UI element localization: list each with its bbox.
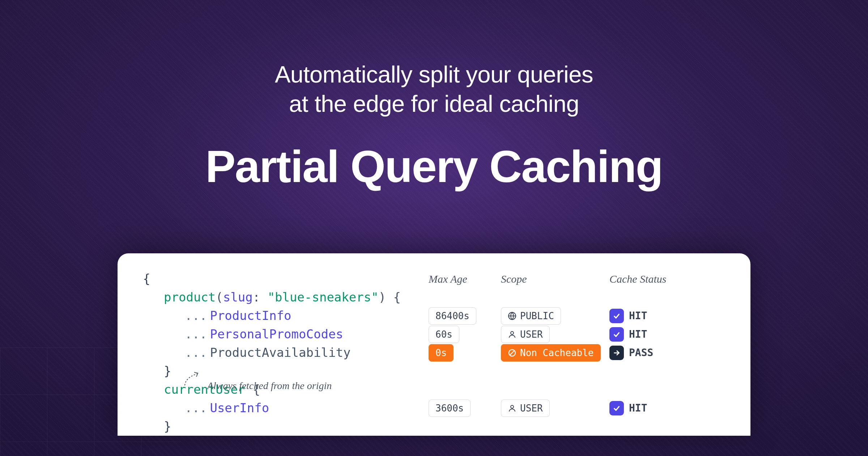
cell-maxage-r3: 0s — [429, 344, 494, 362]
scope-label: USER — [520, 403, 543, 414]
checkmark-icon — [609, 327, 624, 342]
cell-status-r4: HIT — [609, 401, 700, 415]
cell-scope-r1: PUBLIC — [501, 307, 602, 325]
spread-dots: ... — [185, 308, 207, 323]
code-close-product: } Always fetched from the origin — [143, 362, 421, 380]
fragment-name: UserInfo — [210, 401, 269, 415]
origin-annotation: Always fetched from the origin — [182, 373, 332, 393]
maxage-pill-r1: 86400s — [429, 307, 476, 325]
scope-label: USER — [520, 329, 543, 340]
status-hit-r4: HIT — [609, 401, 647, 415]
code-fragment-promocodes: ...PersonalPromoCodes — [143, 325, 421, 343]
cell-scope-r2: USER — [501, 326, 602, 343]
code-product-line: product(slug: "blue-sneakers") { — [143, 288, 421, 307]
spread-dots: ... — [185, 401, 207, 415]
forbidden-icon — [508, 349, 516, 357]
subtitle-line-2: at the edge for ideal caching — [289, 90, 579, 117]
status-label: HIT — [629, 328, 647, 340]
svg-point-5 — [511, 405, 514, 408]
code-paren-close: ) { — [379, 290, 401, 304]
status-label: HIT — [629, 310, 647, 322]
cell-scope-r3: Non Cacheable — [501, 344, 602, 362]
status-pass: PASS — [609, 346, 653, 360]
annotation-text: Always fetched from the origin — [207, 373, 332, 393]
maxage-pill-zero: 0s — [429, 344, 454, 362]
subtitle-line-1: Automatically split your queries — [275, 61, 593, 88]
header-cache-status: Cache Status — [609, 273, 700, 285]
code-fragment-availability: ...ProductAvailability — [143, 343, 421, 362]
scope-label: Non Cacheable — [520, 347, 594, 358]
code-open-brace: { — [143, 270, 421, 288]
header-scope: Scope — [501, 273, 602, 285]
hero-subtitle: Automatically split your queries at the … — [0, 60, 868, 119]
scope-pill-user-r4: USER — [501, 400, 550, 417]
status-label: HIT — [629, 402, 647, 414]
code-grid: { Max Age Scope Cache Status product(slu… — [143, 270, 725, 436]
code-close-currentuser: } — [143, 417, 421, 436]
code-arg-colon: : — [253, 290, 268, 304]
svg-line-3 — [510, 351, 514, 355]
scope-pill-user-r2: USER — [501, 326, 550, 343]
svg-point-1 — [511, 332, 514, 334]
code-fragment-productinfo: ...ProductInfo — [143, 307, 421, 325]
curved-arrow-icon — [182, 370, 204, 388]
globe-icon — [508, 312, 516, 320]
spread-dots: ... — [185, 327, 207, 341]
code-arg-key: slug — [223, 290, 253, 304]
code-card: { Max Age Scope Cache Status product(slu… — [118, 253, 750, 436]
header-maxage: Max Age — [429, 273, 494, 285]
cell-maxage-r2: 60s — [429, 326, 494, 343]
maxage-pill-r2: 60s — [429, 326, 459, 343]
arrow-right-icon — [609, 346, 624, 360]
code-arg-value: "blue-sneakers" — [268, 290, 379, 304]
cell-status-r2: HIT — [609, 327, 700, 342]
code-product-keyword: product — [164, 290, 216, 304]
status-hit-r1: HIT — [609, 309, 647, 323]
status-label: PASS — [629, 347, 653, 359]
cell-maxage-r4: 3600s — [429, 400, 494, 417]
cell-status-r1: HIT — [609, 309, 700, 323]
fragment-name: ProductAvailability — [210, 345, 350, 360]
status-hit-r2: HIT — [609, 327, 647, 342]
cell-maxage-r1: 86400s — [429, 307, 494, 325]
hero-section: Automatically split your queries at the … — [0, 0, 868, 192]
close-brace: } — [164, 364, 171, 378]
cell-scope-r4: USER — [501, 400, 602, 417]
fragment-name: PersonalPromoCodes — [210, 327, 343, 341]
hero-title: Partial Query Caching — [0, 140, 868, 192]
checkmark-icon — [609, 401, 624, 415]
fragment-name: ProductInfo — [210, 308, 291, 323]
scope-pill-public: PUBLIC — [501, 307, 561, 325]
spread-dots: ... — [185, 345, 207, 360]
scope-label: PUBLIC — [520, 311, 554, 321]
cell-status-r3: PASS — [609, 346, 700, 360]
scope-pill-noncacheable: Non Cacheable — [501, 344, 601, 362]
maxage-pill-r4: 3600s — [429, 400, 471, 417]
code-paren-open: ( — [216, 290, 223, 304]
checkmark-icon — [609, 309, 624, 323]
code-fragment-userinfo: ...UserInfo — [143, 399, 421, 417]
user-icon — [508, 330, 516, 339]
user-icon — [508, 404, 516, 413]
